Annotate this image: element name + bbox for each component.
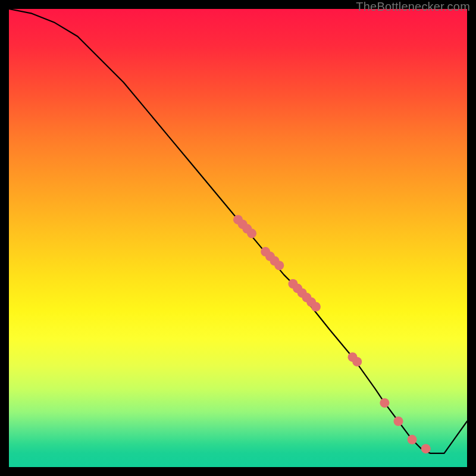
chart-container: TheBottlenecker.com (0, 0, 476, 476)
attribution-label: TheBottlenecker.com (356, 0, 470, 14)
gradient-background (9, 9, 467, 467)
